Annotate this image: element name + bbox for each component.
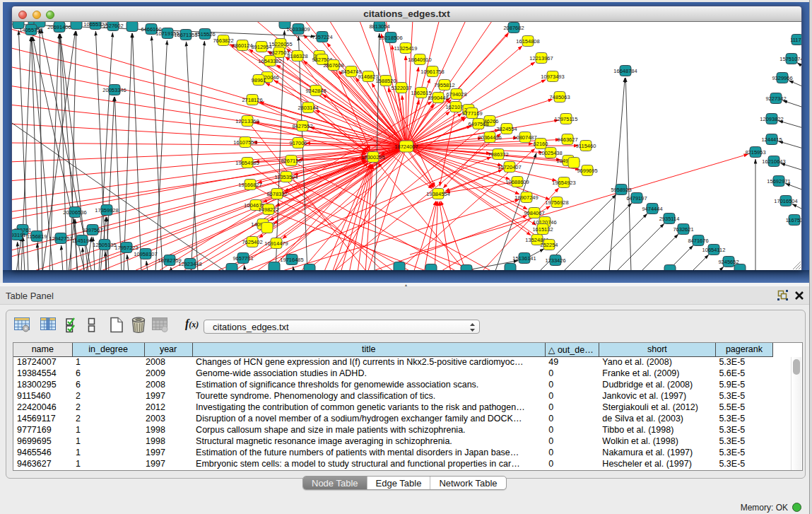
svg-text:11173: 11173 bbox=[790, 37, 801, 43]
svg-text:14055713: 14055713 bbox=[19, 27, 42, 33]
svg-text:116753: 116753 bbox=[786, 217, 801, 223]
svg-text:10958107: 10958107 bbox=[134, 251, 157, 257]
svg-text:6497568: 6497568 bbox=[468, 121, 488, 127]
svg-text:19166827: 19166827 bbox=[238, 182, 261, 188]
svg-text:16154808: 16154808 bbox=[516, 38, 539, 45]
svg-text:9463627: 9463627 bbox=[557, 136, 577, 143]
svg-text:18907249: 18907249 bbox=[514, 194, 538, 201]
svg-text:2718126: 2718126 bbox=[242, 97, 262, 103]
svg-text:11325419: 11325419 bbox=[394, 45, 418, 52]
svg-text:16543382: 16543382 bbox=[258, 58, 281, 64]
svg-text:17016504: 17016504 bbox=[774, 198, 797, 204]
svg-text:9657791: 9657791 bbox=[233, 255, 253, 262]
svg-text:12942757: 12942757 bbox=[49, 235, 72, 242]
svg-text:2803144: 2803144 bbox=[298, 105, 318, 111]
svg-text:8990448: 8990448 bbox=[428, 95, 448, 101]
svg-text:7632621: 7632621 bbox=[673, 226, 693, 233]
svg-text:20206536: 20206536 bbox=[63, 209, 86, 216]
svg-text:12923448: 12923448 bbox=[178, 261, 201, 267]
svg-text:3824554: 3824554 bbox=[496, 126, 517, 132]
svg-text:9242848: 9242848 bbox=[305, 88, 326, 94]
svg-text:2087682: 2087682 bbox=[503, 25, 524, 31]
svg-text:15751074: 15751074 bbox=[779, 56, 801, 62]
svg-text:12093822: 12093822 bbox=[760, 116, 783, 122]
svg-text:15692971: 15692971 bbox=[767, 178, 790, 185]
svg-text:16914479: 16914479 bbox=[264, 240, 288, 247]
svg-text:9474444: 9474444 bbox=[642, 206, 662, 212]
svg-text:6479197: 6479197 bbox=[626, 195, 647, 201]
svg-text:8678332: 8678332 bbox=[266, 191, 287, 197]
svg-text:19654985: 19654985 bbox=[235, 160, 259, 166]
svg-text:9329966: 9329966 bbox=[772, 75, 792, 81]
svg-text:20691406: 20691406 bbox=[47, 24, 71, 30]
svg-text:19384554: 19384554 bbox=[426, 191, 449, 197]
svg-text:19716485: 19716485 bbox=[280, 257, 303, 263]
svg-text:917006: 917006 bbox=[289, 140, 307, 146]
svg-text:7515526: 7515526 bbox=[194, 31, 215, 37]
svg-text:16033809: 16033809 bbox=[286, 26, 310, 33]
svg-text:12975115: 12975115 bbox=[555, 116, 578, 122]
svg-text:1527602: 1527602 bbox=[102, 23, 123, 29]
svg-text:15136141: 15136141 bbox=[512, 255, 536, 262]
svg-text:62160: 62160 bbox=[534, 141, 548, 147]
svg-text:10973493: 10973493 bbox=[541, 74, 564, 80]
svg-text:1588520: 1588520 bbox=[375, 78, 396, 84]
svg-text:10807487: 10807487 bbox=[513, 134, 536, 141]
svg-text:15720407: 15720407 bbox=[498, 164, 521, 170]
svg-text:18300295: 18300295 bbox=[361, 154, 384, 160]
svg-text:7485063: 7485063 bbox=[549, 94, 570, 100]
svg-text:6794028: 6794028 bbox=[446, 91, 466, 98]
svg-text:10654112: 10654112 bbox=[702, 247, 726, 253]
svg-text:12213967: 12213967 bbox=[529, 55, 553, 62]
svg-text:9115460: 9115460 bbox=[576, 143, 596, 149]
svg-text:9860124: 9860124 bbox=[232, 42, 252, 49]
svg-text:9227342: 9227342 bbox=[765, 95, 786, 102]
svg-text:7986372: 7986372 bbox=[488, 151, 508, 158]
svg-text:5958923: 5958923 bbox=[611, 187, 631, 193]
svg-text:16107553: 16107553 bbox=[233, 139, 257, 146]
svg-text:8427552: 8427552 bbox=[292, 123, 312, 129]
svg-text:17957223: 17957223 bbox=[114, 245, 138, 251]
svg-text:1615132: 1615132 bbox=[532, 226, 553, 233]
svg-text:1145194: 1145194 bbox=[72, 238, 93, 244]
svg-text:2935114: 2935114 bbox=[659, 216, 680, 222]
svg-text:7357224: 7357224 bbox=[312, 34, 332, 40]
svg-text:12213369: 12213369 bbox=[235, 118, 259, 124]
svg-text:10688609: 10688609 bbox=[505, 179, 529, 185]
svg-text:7663822: 7663822 bbox=[213, 37, 233, 44]
svg-text:20053346: 20053346 bbox=[102, 87, 126, 93]
svg-text:11353594: 11353594 bbox=[275, 174, 298, 180]
svg-text:1244415: 1244415 bbox=[761, 136, 782, 143]
svg-text:1498222: 1498222 bbox=[258, 206, 278, 213]
svg-text:10961758: 10961758 bbox=[420, 69, 444, 75]
svg-text:9397567: 9397567 bbox=[82, 227, 102, 233]
svg-text:8186328: 8186328 bbox=[287, 53, 307, 59]
svg-text:9245652: 9245652 bbox=[718, 259, 739, 265]
svg-text:12505135: 12505135 bbox=[93, 242, 116, 248]
svg-text:20364436: 20364436 bbox=[478, 134, 501, 141]
svg-text:9777169: 9777169 bbox=[461, 110, 482, 117]
svg-text:16648784: 16648784 bbox=[613, 68, 637, 74]
svg-text:9084067: 9084067 bbox=[524, 210, 544, 216]
svg-text:8215953: 8215953 bbox=[745, 149, 765, 156]
svg-text:393191: 393191 bbox=[12, 232, 26, 238]
svg-text:19218506: 19218506 bbox=[379, 35, 402, 41]
svg-text:18724007: 18724007 bbox=[394, 144, 418, 150]
svg-text:8267150: 8267150 bbox=[281, 158, 301, 164]
svg-text:5322037: 5322037 bbox=[391, 85, 411, 91]
svg-text:7955812: 7955812 bbox=[434, 82, 454, 88]
svg-text:98961: 98961 bbox=[252, 77, 266, 83]
svg-text:18640910: 18640910 bbox=[408, 57, 431, 63]
svg-text:9699695: 9699695 bbox=[577, 168, 597, 174]
svg-text:17359928: 17359928 bbox=[95, 207, 118, 214]
svg-text:19654923: 19654923 bbox=[552, 180, 575, 186]
svg-text:8471676: 8471676 bbox=[688, 238, 708, 244]
svg-text:1156819: 1156819 bbox=[27, 233, 47, 240]
svg-text:16210643: 16210643 bbox=[762, 158, 785, 165]
svg-text:252254: 252254 bbox=[540, 242, 558, 248]
svg-text:8813054: 8813054 bbox=[369, 23, 389, 30]
svg-text:7625402: 7625402 bbox=[242, 239, 262, 245]
svg-text:19756928: 19756928 bbox=[545, 199, 568, 206]
svg-text:15226055: 15226055 bbox=[269, 41, 292, 47]
svg-text:9827503: 9827503 bbox=[269, 49, 289, 56]
